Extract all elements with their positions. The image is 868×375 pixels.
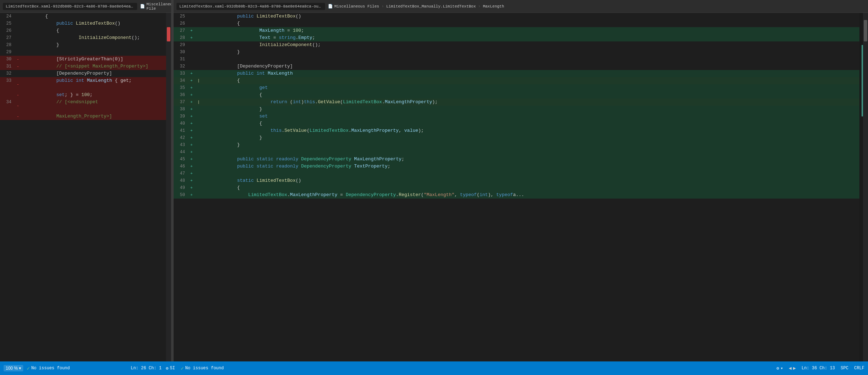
right-scrollbar[interactable] bbox=[863, 13, 868, 361]
zoom-label: 100 % bbox=[6, 366, 18, 371]
left-issues[interactable]: ✓ No issues found bbox=[27, 365, 70, 371]
left-encoding: SI bbox=[170, 366, 175, 371]
left-arrow-icon[interactable]: ◀ bbox=[789, 365, 792, 371]
zoom-button[interactable]: 100 % ▾ bbox=[4, 365, 23, 371]
right-issues-label: No issues found bbox=[185, 366, 224, 371]
table-row: 25 public LimitedTextBox() bbox=[174, 13, 868, 20]
table-row: 25 public LimitedTextBox() bbox=[0, 20, 171, 27]
right-status: ✓ No issues found ⚙ ▾ ◀ ▶ Ln: 36 Ch: 13 … bbox=[181, 365, 864, 371]
table-row: 27 InitializeComponent(); bbox=[0, 34, 171, 41]
table-row: 41 + this.SetValue(LimitedTextBox.MaxLen… bbox=[174, 127, 868, 134]
table-row: 29 InitializeComponent(); bbox=[174, 41, 868, 49]
table-row: 31 bbox=[174, 56, 868, 63]
table-row: 28 } bbox=[0, 41, 171, 49]
table-row: 32 [DependencyProperty] bbox=[174, 63, 868, 70]
right-bc1[interactable]: Miscellaneous Files bbox=[334, 4, 379, 9]
right-arrow-icon[interactable]: ▶ bbox=[793, 365, 796, 371]
table-row: 33 + public int MaxLength bbox=[174, 70, 868, 77]
left-bc1[interactable]: Miscellaneous File bbox=[146, 2, 171, 11]
table-row: - set; } = 100; bbox=[0, 91, 171, 99]
right-code-area[interactable]: 25 public LimitedTextBox() 26 { 27 + bbox=[174, 13, 868, 361]
right-file-tab[interactable]: LimitedTextBox.xaml-932db80b-82c3-4a86-8… bbox=[176, 3, 325, 10]
table-row: 45 + public static readonly DependencyPr… bbox=[174, 156, 868, 163]
table-row: 26 { bbox=[174, 20, 868, 27]
right-file-tab-label: LimitedTextBox.xaml-932db80b-82c3-4a86-8… bbox=[179, 4, 322, 9]
table-row: 46 + public static readonly DependencyPr… bbox=[174, 163, 868, 170]
table-row: 32 [DependencyProperty] bbox=[0, 70, 171, 77]
check-icon: ✓ bbox=[27, 365, 30, 371]
settings-icon-right: ⚙ bbox=[777, 366, 779, 371]
right-encoding: CRLF bbox=[854, 366, 864, 371]
status-bar: 100 % ▾ ✓ No issues found Ln: 26 Ch: 1 ⚙… bbox=[0, 361, 868, 375]
table-row: 30 - [StrictlyGreaterThan(0)] bbox=[0, 56, 171, 63]
table-row: 50 + LimitedTextBox.MaxLengthProperty = … bbox=[174, 191, 868, 199]
left-tools[interactable]: ⚙ SI bbox=[166, 366, 175, 371]
table-row: 28 + Text = string.Empty; bbox=[174, 34, 868, 41]
table-row: 43 + } bbox=[174, 141, 868, 149]
table-row: 26 { bbox=[0, 27, 171, 34]
table-row: 29 bbox=[0, 49, 171, 56]
right-status-end: ⚙ ▾ ◀ ▶ Ln: 36 Ch: 13 SPC CRLF bbox=[777, 365, 864, 371]
table-row: 36 + { bbox=[174, 91, 868, 99]
left-breadcrumb: 📄 Miscellaneous File › LimitedTextBox_M.… bbox=[140, 2, 171, 11]
table-row: 40 + { bbox=[174, 120, 868, 127]
table-row: 31 - // [<snippet MaxLength_Property>] bbox=[0, 63, 171, 70]
table-row: 30 } bbox=[174, 49, 868, 56]
right-pane: LimitedTextBox.xaml-932db80b-82c3-4a86-8… bbox=[174, 0, 868, 361]
check-icon-right: ✓ bbox=[181, 365, 184, 371]
scroll-nav: ◀ ▶ bbox=[789, 365, 796, 371]
left-position: Ln: 26 Ch: 1 bbox=[131, 366, 161, 371]
table-row: 34 - // [<endsnippet › bbox=[0, 99, 171, 113]
table-row: 38 + } bbox=[174, 106, 868, 113]
settings-icon: ⚙ bbox=[166, 366, 168, 371]
left-pane: LimitedTextBox.xaml-932db80b-82c3-4a86-8… bbox=[0, 0, 171, 361]
right-issues[interactable]: ✓ No issues found bbox=[181, 365, 224, 371]
left-file-tab[interactable]: LimitedTextBox.xaml-932db80b-82c3-4a86-8… bbox=[3, 3, 137, 10]
zoom-chevron-icon: ▾ bbox=[19, 366, 21, 371]
table-row: 33 - public int MaxLength { get; › bbox=[0, 77, 171, 91]
table-row: 49 + { bbox=[174, 184, 868, 191]
right-breadcrumb-icon1: 📄 bbox=[328, 4, 333, 9]
table-row: 47 + bbox=[174, 170, 868, 177]
right-breadcrumb: 📄 Miscellaneous Files › LimitedTextBox_M… bbox=[328, 4, 504, 9]
right-scroll-thumb bbox=[864, 20, 867, 41]
left-file-tab-label: LimitedTextBox.xaml-932db80b-82c3-4a86-8… bbox=[6, 4, 134, 9]
table-row: 42 + } bbox=[174, 134, 868, 141]
left-breadcrumb-icon1: 📄 bbox=[140, 4, 145, 9]
table-row: 48 + static LimitedTextBox() bbox=[174, 177, 868, 184]
table-row: 24 { bbox=[0, 13, 171, 20]
right-tools[interactable]: ⚙ ▾ bbox=[777, 366, 783, 371]
right-position: Ln: 36 Ch: 13 bbox=[802, 366, 835, 371]
right-tab-bar: LimitedTextBox.xaml-932db80b-82c3-4a86-8… bbox=[174, 0, 868, 13]
left-scroll-thumb bbox=[167, 27, 170, 41]
table-row: 27 + MaxLength = 100; bbox=[174, 27, 868, 34]
editor-container: LimitedTextBox.xaml-932db80b-82c3-4a86-8… bbox=[0, 0, 868, 361]
left-scrollbar[interactable] bbox=[166, 13, 171, 361]
table-row: - MaxLength_Property>] bbox=[0, 113, 171, 120]
right-bc3[interactable]: MaxLength bbox=[483, 4, 504, 9]
right-spacing: SPC bbox=[841, 366, 849, 371]
table-row: 34 + | { bbox=[174, 77, 868, 84]
minimap bbox=[859, 13, 863, 361]
left-tab-bar: LimitedTextBox.xaml-932db80b-82c3-4a86-8… bbox=[0, 0, 171, 13]
table-row: 44 + bbox=[174, 149, 868, 156]
table-row: 35 + get bbox=[174, 84, 868, 91]
left-status: 100 % ▾ ✓ No issues found Ln: 26 Ch: 1 ⚙… bbox=[4, 365, 175, 371]
added-indicator bbox=[862, 45, 863, 116]
left-issues-label: No issues found bbox=[31, 366, 70, 371]
right-bc2[interactable]: LimitedTextBox_Manually.LimitedTextBox bbox=[386, 4, 476, 9]
left-position-group: Ln: 26 Ch: 1 ⚙ SI bbox=[131, 366, 175, 371]
left-code-area[interactable]: 24 { 25 public LimitedTextBox() 26 { bbox=[0, 13, 171, 361]
table-row: 37 + | return (int)this.GetValue(Limited… bbox=[174, 99, 868, 106]
table-row: 39 + set bbox=[174, 113, 868, 120]
